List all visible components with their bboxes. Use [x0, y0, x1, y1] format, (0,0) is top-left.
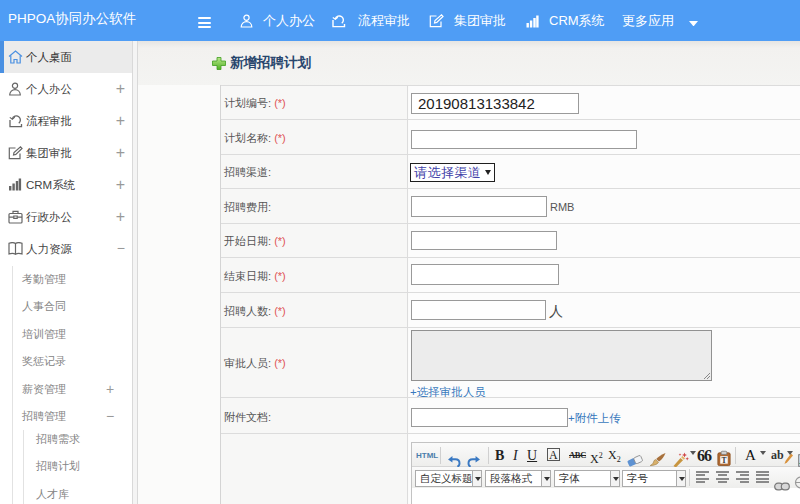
- svg-text:T: T: [722, 455, 727, 464]
